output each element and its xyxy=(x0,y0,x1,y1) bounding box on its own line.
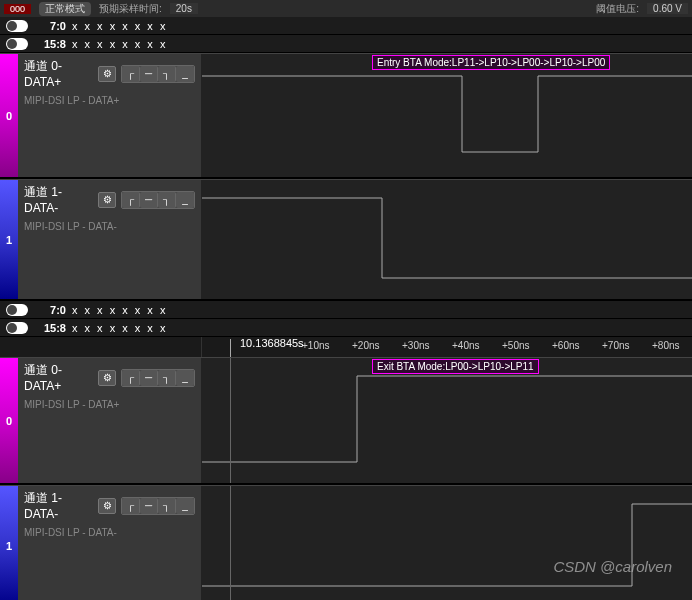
channel-subtitle: MIPI-DSI LP - DATA+ xyxy=(24,399,195,410)
channel-title: 通道 1-DATA- xyxy=(24,490,93,521)
edge-rise-icon[interactable]: ┌ xyxy=(122,498,140,514)
time-ruler-bottom: 10.1368845s +10ns +20ns +30ns +40ns +50n… xyxy=(0,337,692,357)
bit-rows-bottom: 7:0 x x x x x x x x 15:8 x x x x x x x x xyxy=(0,301,692,337)
channel-panel-1-bottom: 1 通道 1-DATA- ⚙ ┌ ─ ┐ _ MIPI-DSI LP - DAT… xyxy=(0,485,692,600)
time-tick: +30ns xyxy=(402,340,430,351)
ruler-ticks: 10.1368845s +10ns +20ns +30ns +40ns +50n… xyxy=(202,337,692,357)
exit-bta-annotation: Exit BTA Mode:LP00->LP10->LP11 xyxy=(372,359,539,374)
edge-rise-icon[interactable]: ┌ xyxy=(122,370,140,386)
edge-fall-icon[interactable]: ┐ xyxy=(158,370,176,386)
channel-header: 通道 0-DATA+ ⚙ ┌ ─ ┐ _ xyxy=(24,58,195,89)
channel-panel-0-top: 0 通道 0-DATA+ ⚙ ┌ ─ ┐ _ MIPI-DSI LP - DAT… xyxy=(0,53,692,179)
edge-flat-icon[interactable]: _ xyxy=(176,66,194,82)
edge-flat-icon[interactable]: _ xyxy=(176,498,194,514)
time-tick: +20ns xyxy=(352,340,380,351)
gear-icon[interactable]: ⚙ xyxy=(98,498,116,514)
channel-color-bar: 0 xyxy=(0,54,18,177)
channel-subtitle: MIPI-DSI LP - DATA- xyxy=(24,221,195,232)
trigger-button-group: ┌ ─ ┐ _ xyxy=(121,369,195,387)
waveform-area[interactable] xyxy=(202,180,692,299)
channel-header: 通道 1-DATA- ⚙ ┌ ─ ┐ _ xyxy=(24,184,195,215)
toggle-switch[interactable] xyxy=(6,20,28,32)
cursor-line[interactable] xyxy=(230,339,231,357)
trigger-button-group: ┌ ─ ┐ _ xyxy=(121,191,195,209)
time-tick: +60ns xyxy=(552,340,580,351)
bit-range-label: 7:0 xyxy=(34,304,66,316)
top-toolbar: 000 正常模式 预期采样时间: 20s 阈值电压: 0.60 V xyxy=(0,0,692,17)
channel-color-bar: 0 xyxy=(0,358,18,483)
time-tick: +40ns xyxy=(452,340,480,351)
waveform-svg xyxy=(202,54,692,177)
toggle-switch[interactable] xyxy=(6,304,28,316)
time-tick: +70ns xyxy=(602,340,630,351)
waveform-svg xyxy=(202,358,692,483)
channel-index: 0 xyxy=(6,110,12,122)
waveform-area[interactable]: Exit BTA Mode:LP00->LP10->LP11 xyxy=(202,358,692,483)
bit-range-label: 15:8 xyxy=(34,322,66,334)
channel-label-col: 通道 0-DATA+ ⚙ ┌ ─ ┐ _ MIPI-DSI LP - DATA+ xyxy=(18,358,202,483)
bit-range-label: 7:0 xyxy=(34,20,66,32)
channel-header: 通道 0-DATA+ ⚙ ┌ ─ ┐ _ xyxy=(24,362,195,393)
edge-bar-icon[interactable]: ─ xyxy=(140,66,158,82)
bit-pattern: x x x x x x x x xyxy=(72,304,167,316)
gear-icon[interactable]: ⚙ xyxy=(98,66,116,82)
time-tick: +10ns xyxy=(302,340,330,351)
channel-title: 通道 0-DATA+ xyxy=(24,58,93,89)
edge-flat-icon[interactable]: _ xyxy=(176,192,194,208)
edge-bar-icon[interactable]: ─ xyxy=(140,498,158,514)
sample-label: 预期采样时间: xyxy=(99,2,162,16)
trigger-button-group: ┌ ─ ┐ _ xyxy=(121,65,195,83)
channel-index: 1 xyxy=(6,540,12,552)
channel-label-col: 通道 1-DATA- ⚙ ┌ ─ ┐ _ MIPI-DSI LP - DATA- xyxy=(18,180,202,299)
toggle-switch[interactable] xyxy=(6,322,28,334)
channel-title: 通道 1-DATA- xyxy=(24,184,93,215)
toggle-switch[interactable] xyxy=(6,38,28,50)
bit-range-label: 15:8 xyxy=(34,38,66,50)
channel-panel-1-top: 1 通道 1-DATA- ⚙ ┌ ─ ┐ _ MIPI-DSI LP - DAT… xyxy=(0,179,692,301)
bit-pattern: x x x x x x x x xyxy=(72,38,167,50)
edge-bar-icon[interactable]: ─ xyxy=(140,370,158,386)
time-tick: +80ns xyxy=(652,340,680,351)
bit-row: 15:8 x x x x x x x x xyxy=(0,319,692,337)
bit-pattern: x x x x x x x x xyxy=(72,322,167,334)
gear-icon[interactable]: ⚙ xyxy=(98,192,116,208)
trigger-button-group: ┌ ─ ┐ _ xyxy=(121,497,195,515)
channel-color-bar: 1 xyxy=(0,486,18,600)
channel-panel-0-bottom: 0 通道 0-DATA+ ⚙ ┌ ─ ┐ _ MIPI-DSI LP - DAT… xyxy=(0,357,692,485)
channel-subtitle: MIPI-DSI LP - DATA- xyxy=(24,527,195,538)
channel-label-col: 通道 1-DATA- ⚙ ┌ ─ ┐ _ MIPI-DSI LP - DATA- xyxy=(18,486,202,600)
cursor-line[interactable] xyxy=(230,358,231,483)
bit-row: 15:8 x x x x x x x x xyxy=(0,35,692,53)
waveform-area[interactable] xyxy=(202,486,692,600)
edge-fall-icon[interactable]: ┐ xyxy=(158,192,176,208)
sample-value: 20s xyxy=(170,3,198,14)
time-tick: +50ns xyxy=(502,340,530,351)
bit-row: 7:0 x x x x x x x x xyxy=(0,17,692,35)
gear-icon[interactable]: ⚙ xyxy=(98,370,116,386)
channel-index: 0 xyxy=(6,415,12,427)
entry-bta-annotation: Entry BTA Mode:LP11->LP10->LP00->LP10->L… xyxy=(372,55,610,70)
waveform-area[interactable]: +300ns +400ns +500ns Entry BTA Mode:LP11… xyxy=(202,54,692,177)
edge-flat-icon[interactable]: _ xyxy=(176,370,194,386)
edge-fall-icon[interactable]: ┐ xyxy=(158,66,176,82)
bit-rows-top: 7:0 x x x x x x x x 15:8 x x x x x x x x xyxy=(0,17,692,53)
edge-fall-icon[interactable]: ┐ xyxy=(158,498,176,514)
cursor-line[interactable] xyxy=(230,486,231,600)
bit-row: 7:0 x x x x x x x x xyxy=(0,301,692,319)
channel-color-bar: 1 xyxy=(0,180,18,299)
volt-value: 0.60 V xyxy=(647,3,688,14)
channel-index: 1 xyxy=(6,234,12,246)
waveform-svg xyxy=(202,180,692,299)
volt-label: 阈值电压: xyxy=(596,2,639,16)
channel-title: 通道 0-DATA+ xyxy=(24,362,93,393)
edge-bar-icon[interactable]: ─ xyxy=(140,192,158,208)
channel-label-col: 通道 0-DATA+ ⚙ ┌ ─ ┐ _ MIPI-DSI LP - DATA+ xyxy=(18,54,202,177)
mode-label: 正常模式 xyxy=(39,2,91,16)
edge-rise-icon[interactable]: ┌ xyxy=(122,192,140,208)
red-indicator: 000 xyxy=(4,4,31,14)
timestamp-label: 10.1368845s xyxy=(240,337,304,349)
waveform-svg xyxy=(202,486,692,600)
bit-pattern: x x x x x x x x xyxy=(72,20,167,32)
edge-rise-icon[interactable]: ┌ xyxy=(122,66,140,82)
channel-subtitle: MIPI-DSI LP - DATA+ xyxy=(24,95,195,106)
